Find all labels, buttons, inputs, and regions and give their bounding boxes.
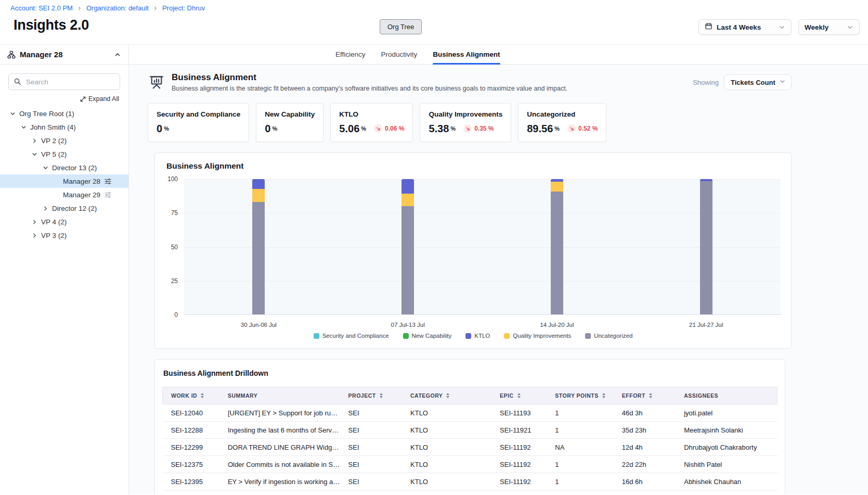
cell-work-id: SEI-12395 [163,473,224,490]
showing-select[interactable]: Tickets Count [724,74,792,90]
bar-segment-ktlo [700,179,712,181]
cell-story-points: 1 [551,456,618,473]
section-title: Business Alignment [172,72,567,83]
tree-item-vp-3-2[interactable]: VP 3 (2) [0,229,128,242]
column-header-project[interactable]: PROJECT [344,387,406,404]
tab-productivity[interactable]: Productivity [381,45,418,64]
cell-effort: 46d 3h [618,404,680,422]
legend-item-ktlo[interactable]: KTLO [465,333,490,339]
business-alignment-chart-card: Business Alignment 1007550250 30 Jun-06 … [154,153,792,349]
legend-item-uncategorized[interactable]: Uncategorized [585,333,632,339]
cell-effort: 12d 4h [618,439,680,456]
expand-all-button[interactable]: Expand All [0,95,119,103]
bar-07-jul-13-jul[interactable] [401,179,414,314]
column-header-inner: PROJECT [348,392,383,399]
chevron-down-icon[interactable] [30,150,39,159]
sort-icon[interactable] [380,393,383,398]
cell-category: KTLO [406,473,496,490]
cell-assignees: Nishith Patel [680,456,777,473]
tab-bar: EfficiencyProductivityBusiness Alignment [129,45,868,65]
card-value-row: 0% [157,123,240,134]
tab-business-alignment[interactable]: Business Alignment [433,45,500,64]
bar-segment-quality-improvements [551,182,563,192]
card-value-row: 5.38%0.35 % [429,123,502,134]
bar-21-jul-27-jul[interactable] [700,179,712,314]
chevron-right-icon[interactable] [41,204,50,213]
column-header-epic[interactable]: EPIC [496,387,551,404]
y-tick-label: 100 [167,175,178,183]
bar-30-jun-06-jul[interactable] [252,179,265,314]
tree-item-vp-4-2[interactable]: VP 4 (2) [0,215,128,229]
granularity-select[interactable]: Weekly [798,19,860,35]
org-tree-button[interactable]: Org Tree [380,19,422,34]
collapse-sidebar-button[interactable] [114,51,121,58]
sort-icon[interactable] [602,393,605,398]
sort-icon[interactable] [649,393,652,398]
filter-settings-icon[interactable] [104,191,112,199]
breadcrumb-link-account[interactable]: Account: SEI 2.0 PM [10,4,73,12]
chart-title: Business Alignment [166,161,781,171]
card-title: New Capability [265,110,315,118]
y-axis: 1007550250 [165,179,184,315]
tree-item-director-12-2[interactable]: Director 12 (2) [0,201,128,215]
chevron-down-icon[interactable] [19,123,28,132]
x-axis: 30 Jun-06 Jul07 Jul-13 Jul14 Jul-20 Jul2… [184,315,781,332]
tree-item-manager-29[interactable]: Manager 29 [0,188,128,201]
search-input[interactable] [8,73,120,90]
tree-item-john-smith-4[interactable]: John Smith (4) [0,120,128,134]
section-text: Business Alignment Business alignment is… [172,72,567,92]
tree-item-vp-2-2[interactable]: VP 2 (2) [0,134,128,147]
cell-work-id: SEI-12299 [163,439,224,456]
breadcrumb-link-project[interactable]: Project: Dhruv [162,4,205,12]
cell-project: SEI [344,422,406,439]
tree-item-org-tree-root-1[interactable]: Org Tree Root (1) [0,107,128,120]
column-header-story-points[interactable]: STORY POINTS [551,387,618,404]
cell-epic: SEI-11193 [496,404,551,422]
chevron-down-icon[interactable] [41,163,50,172]
bar-14-jul-20-jul[interactable] [551,179,563,314]
cell-work-id: SEI-12040 [163,404,224,422]
sidebar-header: Manager 28 [0,45,128,65]
chevron-right-icon[interactable] [30,231,39,240]
column-header-summary: SUMMARY [224,387,344,404]
chevron-right-icon[interactable] [30,218,39,226]
breadcrumb-link-organization[interactable]: Organization: default [86,4,149,12]
breadcrumb: Account: SEI 2.0 PMOrganization: default… [10,4,205,12]
chevron-down-icon[interactable] [8,109,17,118]
cell-story-points: 1 [551,422,618,439]
cell-project: SEI [344,439,406,456]
legend-item-security-and-compliance[interactable]: Security and Compliance [314,333,389,339]
cell-summary: DORA TREND LINE GRAPH Widgets is n... [224,439,344,456]
card-delta-value: 0.52 % [578,125,598,132]
column-header-category[interactable]: CATEGORY [406,387,496,404]
legend-swatch [314,333,319,339]
column-header-effort[interactable]: EFFORT [618,387,680,404]
sort-icon[interactable] [201,393,204,398]
filter-settings-icon[interactable] [104,177,112,185]
chevron-right-icon [77,6,82,11]
chevron-right-icon[interactable] [30,136,39,145]
tree-item-vp-5-2[interactable]: VP 5 (2) [0,147,128,161]
date-range-select[interactable]: Last 4 Weeks [698,19,792,35]
tree-item-manager-28[interactable]: Manager 28 [0,174,128,188]
chevron-down-icon [779,78,786,86]
date-range-value: Last 4 Weeks [717,23,761,31]
sort-icon[interactable] [446,393,449,398]
legend-label: New Capability [412,333,452,339]
sort-icon[interactable] [517,393,521,398]
column-header-label: EFFORT [622,392,645,399]
cell-summary: Ingesting the last 6 months of ServiceN.… [224,422,344,439]
table-row: SEI-12395EY > Verify if ingestion is wor… [163,473,778,490]
legend-item-new-capability[interactable]: New Capability [403,333,452,339]
legend-item-quality-improvements[interactable]: Quality Improvements [504,333,571,339]
legend-label: Quality Improvements [513,333,571,339]
cell-work-id: SEI-12375 [163,456,224,473]
column-header-work-id[interactable]: WORK ID [163,387,224,404]
tab-efficiency[interactable]: Efficiency [335,45,366,64]
card-value-row: 89.56%0.52 % [527,123,598,134]
card-delta-value: 0.06 % [385,125,404,132]
tree-item-label: VP 3 (2) [41,232,67,239]
tree-item-label: John Smith (4) [30,123,76,131]
column-header-label: SUMMARY [228,392,257,399]
tree-item-director-13-2[interactable]: Director 13 (2) [0,161,128,174]
